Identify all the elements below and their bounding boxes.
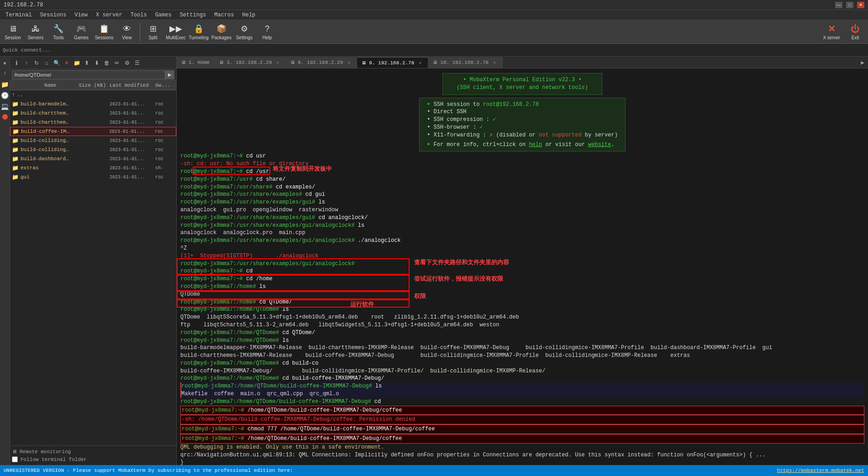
file-row[interactable]: ↑ .. <box>10 90 176 99</box>
tab-icon-ssh3: 🖥 <box>219 60 224 65</box>
menu-item-help[interactable]: Help <box>239 11 259 19</box>
path-go-button[interactable]: ▶ <box>165 70 174 79</box>
status-bar-link[interactable]: https://mobaxterm.mobatek.net <box>777 468 864 473</box>
panel-btn-rename[interactable]: ✏ <box>112 58 121 68</box>
toolbar: 🖥Session🖧Servers🔧Tools🎮Games📋Sessions👁Vi… <box>0 20 868 44</box>
menu-item-macros[interactable]: Macros <box>210 11 237 19</box>
terminal-line: root@myd-jx8mma7:~# /home/QTDome/build-c… <box>180 434 864 444</box>
remote-monitoring-option[interactable]: 🖥 Remote monitoring <box>12 448 174 455</box>
toolbar-btn-tunneling[interactable]: 🔒Tunneling <box>188 21 210 42</box>
tab-ssh10[interactable]: 🖥 10. 192.168.2.78 ✕ <box>428 57 503 68</box>
terminal-line: root@myd-jx8mma7:/home/QTDome/build-coff… <box>180 382 864 390</box>
side-icon-folder[interactable]: 📁 <box>1 80 9 89</box>
file-icon: 📁 <box>12 174 19 181</box>
toolbar-btn-x-server[interactable]: ✕X server <box>821 21 842 42</box>
file-owner: roc <box>153 120 176 125</box>
panel-btn-info[interactable]: ℹ <box>12 58 21 68</box>
main-layout: ★ ↑ 📁 🕐 💻 ℹ ↑ ↻ ⌂ 🔍 ✕ 📁 ⬆ ⬇ 🗑 ✏ ⚙ ☰ ▶ <box>0 57 868 465</box>
terminal-line: root@myd-jx8mma7:/usr/share# cd examples… <box>180 183 864 191</box>
toolbar-btn-multiexec[interactable]: ▶▶MultiExec <box>165 21 187 42</box>
terminal-line: root@myd-jx8mma7:/home/QTDome/build-coff… <box>180 398 864 406</box>
side-icon-computer[interactable]: 💻 <box>1 102 9 110</box>
panel-btn-refresh[interactable]: ↻ <box>32 58 41 68</box>
file-modified: 2023-01-01... <box>108 166 153 171</box>
minimize-button[interactable]: — <box>835 2 842 8</box>
file-row[interactable]: 📁 build-chartthemes-IMX8MP-Release 2023-… <box>10 118 176 127</box>
x-server-icon: ✕ <box>828 23 836 34</box>
menu-item-view[interactable]: View <box>71 11 91 19</box>
panel-btn-menu[interactable]: ☰ <box>132 58 142 68</box>
tab-icon-ssh8: 🖥 <box>290 60 295 65</box>
menu-item-games[interactable]: Games <box>152 11 175 19</box>
tab-close-ssh10[interactable]: ✕ <box>491 59 498 66</box>
file-row[interactable]: 📁 build-dashboard-IMX8MMA7-Profile 2023-… <box>10 154 176 163</box>
file-modified: 2023-01-01... <box>108 147 153 152</box>
toolbar-btn-split[interactable]: ⊞Split <box>142 21 164 42</box>
file-row[interactable]: 📁 extras 2023-01-01... sh- <box>10 163 176 173</box>
side-icon-arrow[interactable]: ↑ <box>1 69 9 78</box>
menu-item-terminal[interactable]: Terminal <box>2 11 36 19</box>
terminal-line: root@myd-jx8mma7:~# cd usr <box>180 152 864 160</box>
tab-close-ssh8[interactable]: ✕ <box>346 59 352 66</box>
panel-btn-arrow-up[interactable]: ↑ <box>22 58 31 68</box>
terminal-line: root@myd-jx8mma7:/usr/share/examples/gui… <box>180 237 864 245</box>
terminal-content[interactable]: • MobaXterm Personal Edition v22.3 • (SS… <box>177 68 868 465</box>
tab-scroll-right[interactable]: ▶ <box>857 57 868 68</box>
toolbar-btn-tools[interactable]: 🔧Tools <box>47 21 69 42</box>
file-row[interactable]: 📁 build-coffee-IMX8MMA7-Debug 2023-01-01… <box>10 127 176 136</box>
menu-item-tools[interactable]: Tools <box>127 11 151 19</box>
panel-btn-upload[interactable]: ⬆ <box>82 58 91 68</box>
toolbar-btn-help[interactable]: ?Help <box>256 21 278 42</box>
panel-btn-settings[interactable]: ⚙ <box>122 58 132 68</box>
panel-btn-home[interactable]: ⌂ <box>42 58 51 68</box>
tab-ssh9[interactable]: 🖥 9. 192.168.2.78 ✕ <box>357 57 428 68</box>
maximize-button[interactable]: □ <box>846 2 853 8</box>
tab-ssh3[interactable]: 🖥 3. 192.168.2.29 ✕ <box>215 57 286 68</box>
file-name: build-collidingmice-IMX8MP-Release <box>21 147 71 152</box>
terminal-line: build-barmodelmapper-IMX8MMA7-Release bu… <box>180 344 864 352</box>
path-input[interactable] <box>12 70 165 79</box>
panel-btn-stop[interactable]: ✕ <box>62 58 71 68</box>
terminal-line: root@myd-jx8mma7:~# /home/QTDome/build-c… <box>180 406 864 415</box>
panel-btn-search[interactable]: 🔍 <box>52 58 61 68</box>
file-row[interactable]: 📁 build-barmodelmapper-IMX8MMA7-Rele... … <box>10 99 176 109</box>
panel-btn-delete[interactable]: 🗑 <box>102 58 111 68</box>
file-modified: 2023-01-01... <box>108 120 153 125</box>
side-icons: ★ ↑ 📁 🕐 💻 <box>0 57 10 465</box>
terminal-line: root@myd-jx8mma7:/usr/share/examples/gui… <box>180 199 864 206</box>
panel-btn-new-folder[interactable]: 📁 <box>72 58 81 68</box>
tab-close-ssh3[interactable]: ✕ <box>274 59 281 66</box>
file-modified: 2023-01-01... <box>108 102 153 107</box>
file-row[interactable]: 📁 build-collidingmice-IMX8MP-Release 202… <box>10 145 176 154</box>
toolbar-btn-exit[interactable]: ⏻Exit <box>844 21 866 42</box>
side-icon-star[interactable]: ★ <box>1 58 9 67</box>
toolbar-btn-settings[interactable]: ⚙Settings <box>233 21 255 42</box>
toolbar-btn-session[interactable]: 🖥Session <box>2 21 24 42</box>
path-bar: ▶ <box>10 69 176 80</box>
file-row[interactable]: 📁 gui 2023-01-01... roc <box>10 173 176 182</box>
panel-btn-download[interactable]: ⬇ <box>92 58 101 68</box>
menu-item-sessions[interactable]: Sessions <box>37 11 70 19</box>
toolbar-btn-packages[interactable]: 📦Packages <box>210 21 232 42</box>
file-owner: roc <box>153 129 176 134</box>
ssh-info-line4: • SSH-browser : ✓ <box>427 124 618 131</box>
toolbar-btn-view[interactable]: 👁View <box>116 21 138 42</box>
tab-home[interactable]: 🖥 1. Home <box>177 57 215 68</box>
follow-terminal-checkbox[interactable] <box>12 456 18 462</box>
follow-terminal-option[interactable]: Follow terminal folder <box>12 455 174 463</box>
file-name: gui <box>21 174 71 180</box>
menu-item-x-server[interactable]: X server <box>92 11 126 19</box>
tab-ssh8[interactable]: 🖥 8. 192.168.2.29 ✕ <box>286 57 357 68</box>
terminal-line: analogclock analogclock.pro main.cpp <box>180 229 864 237</box>
side-icon-clock[interactable]: 🕐 <box>1 91 9 99</box>
left-panel-toolbar: ℹ ↑ ↻ ⌂ 🔍 ✕ 📁 ⬆ ⬇ 🗑 ✏ ⚙ ☰ <box>10 57 176 69</box>
toolbar-btn-sessions[interactable]: 📋Sessions <box>93 21 115 42</box>
toolbar-btn-servers[interactable]: 🖧Servers <box>25 21 47 42</box>
tab-close-ssh9[interactable]: ✕ <box>417 60 423 66</box>
menu-item-settings[interactable]: Settings <box>176 11 210 19</box>
file-row[interactable]: 📁 build-collidingmice-IMX8MMA7-Profile 2… <box>10 136 176 145</box>
file-name: build-chartthemes-IMX8MP-Release <box>21 120 71 125</box>
file-row[interactable]: 📁 build-chartthemes-IMX8MMA7-Release 202… <box>10 109 176 118</box>
toolbar-btn-games[interactable]: 🎮Games <box>70 21 92 42</box>
close-button[interactable]: ✕ <box>857 2 864 8</box>
